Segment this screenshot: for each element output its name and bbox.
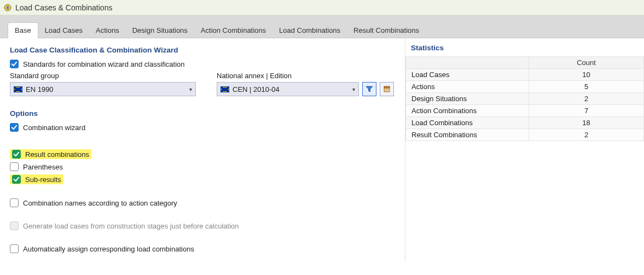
standard-group-combo[interactable]: EN 1990 ▾ (10, 82, 196, 96)
sub-results-label: Sub-results (25, 175, 61, 184)
table-row: Design Situations2 (406, 93, 644, 105)
chevron-down-icon: ▾ (189, 86, 192, 92)
tab-load-cases[interactable]: Load Cases (38, 23, 89, 38)
table-row: Result Combinations2 (406, 129, 644, 141)
tab-design-situations[interactable]: Design Situations (126, 23, 194, 38)
main-panel: Load Case Classification & Combination W… (0, 38, 405, 262)
tab-actions[interactable]: Actions (89, 23, 126, 38)
statistics-heading: Statistics (405, 43, 644, 56)
sub-results-checkbox[interactable] (12, 175, 21, 184)
table-row: Load Combinations18 (406, 117, 644, 129)
tab-result-combinations[interactable]: Result Combinations (347, 23, 426, 38)
window-title: Load Cases & Combinations (15, 3, 112, 12)
standard-group-value: EN 1990 (26, 85, 54, 93)
tabbar-container: Base Load Cases Actions Design Situation… (0, 15, 644, 262)
settings-button[interactable] (380, 82, 394, 96)
filter-button[interactable] (362, 82, 376, 96)
table-header-count: Count (529, 57, 644, 69)
standards-checkbox[interactable] (10, 60, 19, 68)
tab-load-combinations[interactable]: Load Combinations (272, 23, 347, 38)
funnel-icon (365, 85, 373, 93)
gen-from-stages-checkbox (10, 221, 19, 230)
table-row: Actions5 (406, 81, 644, 93)
gen-from-stages-label: Generate load cases from construction st… (23, 222, 239, 230)
wizard-heading: Load Case Classification & Combination W… (10, 46, 395, 54)
national-annex-value: CEN | 2010-04 (233, 85, 280, 93)
standards-label: Standards for combination wizard and cla… (23, 60, 185, 68)
standard-group-label: Standard group (10, 72, 196, 80)
national-annex-combo[interactable]: CEN | 2010-04 ▾ (217, 82, 359, 96)
parentheses-label: Parentheses (23, 163, 63, 171)
table-row: Action Combinations7 (406, 105, 644, 117)
names-by-category-checkbox[interactable] (10, 198, 19, 207)
box-icon (383, 85, 391, 93)
chevron-down-icon: ▾ (352, 86, 355, 92)
result-combinations-checkbox[interactable] (12, 150, 21, 159)
statistics-table: Count Load Cases10 Actions5 Design Situa… (405, 56, 644, 141)
statistics-panel: Statistics Count Load Cases10 Actions5 D… (405, 38, 644, 262)
auto-assign-label: Automatically assign corresponding load … (23, 245, 194, 253)
svg-rect-3 (384, 86, 390, 88)
combination-wizard-label: Combination wizard (23, 124, 85, 132)
tabbar: Base Load Cases Actions Design Situation… (0, 22, 644, 38)
parentheses-checkbox[interactable] (10, 162, 19, 171)
names-by-category-label: Combination names according to action ca… (23, 199, 177, 207)
combination-wizard-checkbox[interactable] (10, 123, 19, 132)
table-header-empty (406, 57, 529, 69)
tab-base[interactable]: Base (8, 22, 38, 38)
auto-assign-checkbox[interactable] (10, 244, 19, 253)
eu-flag-icon (14, 86, 22, 92)
table-header-row: Count (406, 57, 644, 69)
svg-rect-1 (7, 6, 9, 9)
app-icon (3, 3, 12, 12)
table-row: Load Cases10 (406, 69, 644, 81)
result-combinations-label: Result combinations (25, 150, 89, 159)
national-annex-label: National annex | Edition (217, 72, 394, 80)
eu-flag-icon (221, 86, 229, 92)
tab-action-combinations[interactable]: Action Combinations (194, 23, 272, 38)
titlebar: Load Cases & Combinations (0, 0, 644, 15)
options-heading: Options (10, 109, 395, 118)
